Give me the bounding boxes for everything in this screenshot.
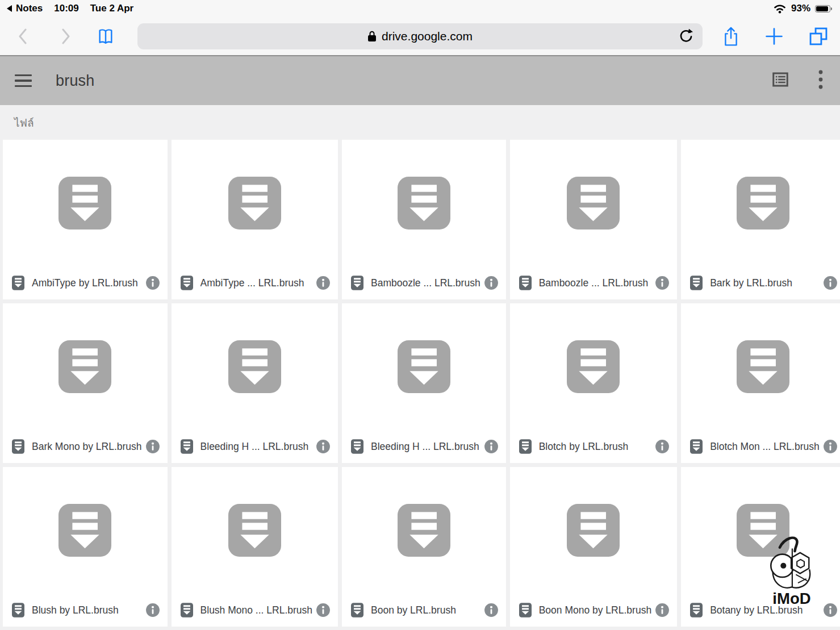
info-icon[interactable] [316,603,331,618]
file-card[interactable]: Blush by LRL.brush [3,467,168,627]
overflow-menu-button[interactable] [818,70,823,91]
file-preview[interactable] [510,467,677,594]
file-preview[interactable] [3,467,168,594]
file-preview[interactable] [342,140,506,266]
download-file-icon [398,177,450,230]
file-preview[interactable] [172,467,338,594]
file-preview[interactable] [342,303,506,430]
lock-icon [367,30,377,42]
three-dot-menu-icon [818,70,823,89]
file-footer: Bamboozle ... LRL.brush [510,266,677,299]
file-type-icon [519,603,532,618]
tabs-icon [808,26,829,47]
battery-percent: 93% [791,3,810,14]
download-file-icon [737,340,789,393]
file-footer: Blush by LRL.brush [3,594,168,627]
file-footer: Bleeding H ... LRL.brush [172,430,338,463]
menu-button[interactable] [15,74,32,87]
file-name: AmbiType ... LRL.brush [200,277,312,289]
info-icon[interactable] [484,603,499,618]
file-name: Bark Mono by LRL.brush [32,441,142,453]
hamburger-icon [15,74,32,77]
file-name: Blotch Mon ... LRL.brush [710,441,820,453]
file-preview[interactable] [172,140,338,266]
file-card[interactable]: Boon by LRL.brush [342,467,506,627]
file-preview[interactable] [3,140,168,266]
file-preview[interactable] [172,303,338,430]
browser-chrome: Notes 10:09 Tue 2 Apr 93% [0,0,840,56]
file-preview[interactable] [510,303,677,430]
battery-icon [815,5,832,12]
file-card[interactable]: Botany by LRL.brush [681,467,840,627]
file-preview[interactable] [681,303,840,430]
file-type-icon [181,276,193,290]
back-to-app-icon[interactable] [6,5,12,12]
file-preview[interactable] [681,467,840,594]
download-file-icon [58,177,111,230]
list-view-button[interactable] [772,72,789,90]
info-icon[interactable] [655,439,670,454]
info-icon[interactable] [484,276,499,290]
file-footer: Boon Mono by LRL.brush [510,594,677,627]
share-icon [722,26,740,47]
info-icon[interactable] [823,603,838,618]
bookmarks-book-icon [96,27,115,46]
file-type-icon [690,276,703,290]
file-preview[interactable] [342,467,506,594]
info-icon[interactable] [316,276,331,290]
file-card[interactable]: Bamboozle ... LRL.brush [510,140,677,299]
info-icon[interactable] [823,276,838,290]
forward-button[interactable] [55,28,77,44]
info-icon[interactable] [316,439,331,454]
file-card[interactable]: AmbiType ... LRL.brush [172,140,338,299]
file-card[interactable]: Bleeding H ... LRL.brush [172,303,338,463]
download-file-icon [567,340,620,393]
file-preview[interactable] [681,140,840,266]
download-file-icon [398,504,450,557]
forward-chevron-icon [63,30,69,43]
info-icon[interactable] [655,276,670,290]
reload-button[interactable] [678,28,695,47]
file-name: Boon by LRL.brush [371,604,480,616]
file-card[interactable]: AmbiType by LRL.brush [3,140,168,299]
file-name: Blotch by LRL.brush [539,441,651,453]
plus-icon [764,27,784,46]
file-card[interactable]: Blotch Mon ... LRL.brush [681,303,840,463]
share-button[interactable] [722,26,740,47]
drive-header: brush [0,56,840,105]
file-type-icon [519,276,532,290]
back-button[interactable] [11,28,34,44]
file-card[interactable]: Blotch by LRL.brush [510,303,677,463]
info-icon[interactable] [145,603,160,618]
file-card[interactable]: Blush Mono ... LRL.brush [172,467,338,627]
info-icon[interactable] [145,276,160,290]
info-icon[interactable] [655,603,670,618]
address-bar[interactable]: drive.google.com [137,23,703,49]
download-file-icon [567,504,620,557]
download-file-icon [228,504,281,557]
file-card[interactable]: Bleeding H ... LRL.brush [342,303,506,463]
info-icon[interactable] [823,439,838,454]
file-card[interactable]: Bark Mono by LRL.brush [3,303,168,463]
status-time: 10:09 [54,3,78,14]
info-icon[interactable] [484,439,499,454]
files-section-label: ไฟล์ [14,114,34,131]
info-icon[interactable] [145,439,160,454]
file-card[interactable]: Bark by LRL.brush [681,140,840,299]
download-file-icon [58,504,111,557]
download-file-icon [567,177,620,230]
file-footer: AmbiType by LRL.brush [3,266,168,299]
file-preview[interactable] [3,303,168,430]
file-card[interactable]: Boon Mono by LRL.brush [510,467,677,627]
file-name: AmbiType by LRL.brush [32,277,142,289]
status-bar: Notes 10:09 Tue 2 Apr 93% [0,0,840,17]
file-card[interactable]: Bamboozle ... LRL.brush [342,140,506,299]
file-footer: Blotch by LRL.brush [510,430,677,463]
bookmarks-button[interactable] [94,27,117,46]
file-preview[interactable] [510,140,677,266]
download-file-icon [398,340,450,393]
new-tab-button[interactable] [764,27,784,46]
tabs-button[interactable] [808,26,829,47]
file-type-icon [351,276,363,290]
back-to-app-label[interactable]: Notes [16,3,43,14]
